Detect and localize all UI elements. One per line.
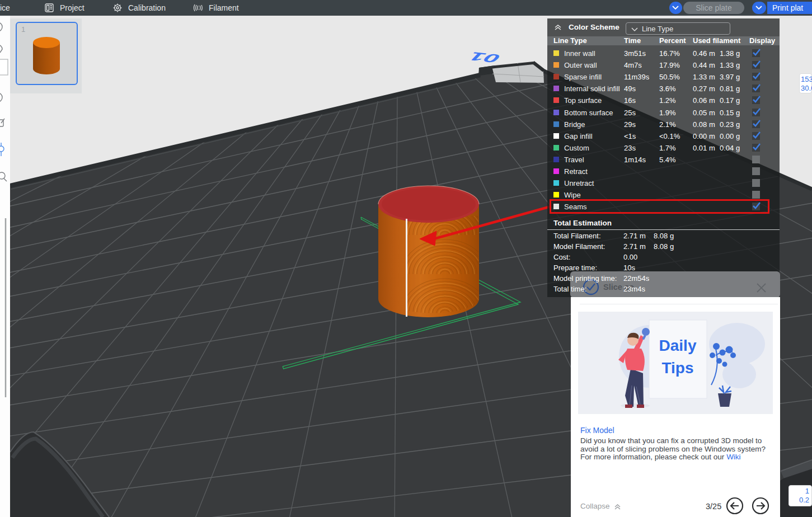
svg-text:Daily: Daily	[659, 337, 697, 354]
svg-text:Tips: Tips	[661, 359, 693, 377]
svg-text:Slice co: Slice co	[603, 283, 634, 292]
